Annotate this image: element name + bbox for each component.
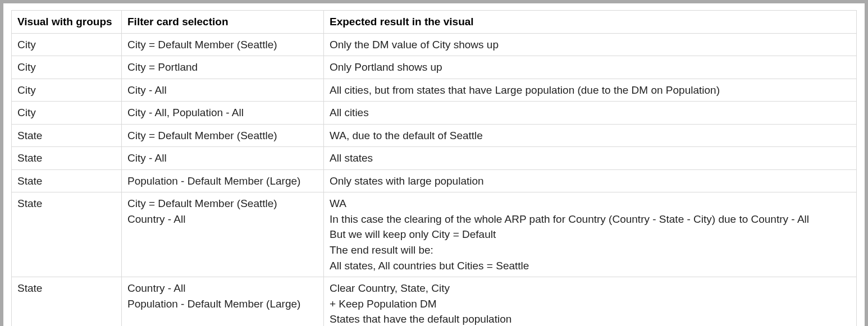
cell-visual: State xyxy=(12,147,122,170)
cell-result: All cities xyxy=(324,102,857,125)
table-row: StateCity = Default Member (Seattle) Cou… xyxy=(12,192,857,277)
document-frame: Visual with groups Filter card selection… xyxy=(3,3,865,326)
cell-result: All states xyxy=(324,147,857,170)
header-visual: Visual with groups xyxy=(12,11,122,34)
table-body: CityCity = Default Member (Seattle)Only … xyxy=(12,33,857,326)
cell-filter: City = Default Member (Seattle) Country … xyxy=(122,192,324,277)
cell-result: Only Portland shows up xyxy=(324,56,857,79)
cell-filter: City = Default Member (Seattle) xyxy=(122,124,324,147)
header-filter: Filter card selection xyxy=(122,11,324,34)
cell-result: Clear Country, State, City + Keep Popula… xyxy=(324,277,857,326)
cell-visual: City xyxy=(12,79,122,102)
table-row: CityCity = Default Member (Seattle)Only … xyxy=(12,33,857,56)
cell-filter: Country - All Population - Default Membe… xyxy=(122,277,324,326)
data-table: Visual with groups Filter card selection… xyxy=(11,10,857,326)
cell-visual: State xyxy=(12,277,122,326)
table-row: StateCity = Default Member (Seattle)WA, … xyxy=(12,124,857,147)
cell-filter: City = Default Member (Seattle) xyxy=(122,33,324,56)
cell-result: Only the DM value of City shows up xyxy=(324,33,857,56)
cell-result: All cities, but from states that have La… xyxy=(324,79,857,102)
table-row: StateCountry - All Population - Default … xyxy=(12,277,857,326)
cell-filter: City - All, Population - All xyxy=(122,102,324,125)
table-row: StateCity - AllAll states xyxy=(12,147,857,170)
header-row: Visual with groups Filter card selection… xyxy=(12,11,857,34)
cell-visual: City xyxy=(12,33,122,56)
cell-visual: State xyxy=(12,192,122,277)
cell-filter: City - All xyxy=(122,79,324,102)
cell-visual: State xyxy=(12,169,122,192)
cell-result: Only states with large population xyxy=(324,169,857,192)
cell-filter: City = Portland xyxy=(122,56,324,79)
cell-visual: City xyxy=(12,102,122,125)
table-row: CityCity - All, Population - AllAll citi… xyxy=(12,102,857,125)
cell-filter: Population - Default Member (Large) xyxy=(122,169,324,192)
cell-result: WA, due to the default of Seattle xyxy=(324,124,857,147)
header-result: Expected result in the visual xyxy=(324,11,857,34)
cell-visual: State xyxy=(12,124,122,147)
table-row: CityCity = PortlandOnly Portland shows u… xyxy=(12,56,857,79)
cell-visual: City xyxy=(12,56,122,79)
table-row: CityCity - AllAll cities, but from state… xyxy=(12,79,857,102)
cell-result: WA In this case the clearing of the whol… xyxy=(324,192,857,277)
cell-filter: City - All xyxy=(122,147,324,170)
table-row: StatePopulation - Default Member (Large)… xyxy=(12,169,857,192)
